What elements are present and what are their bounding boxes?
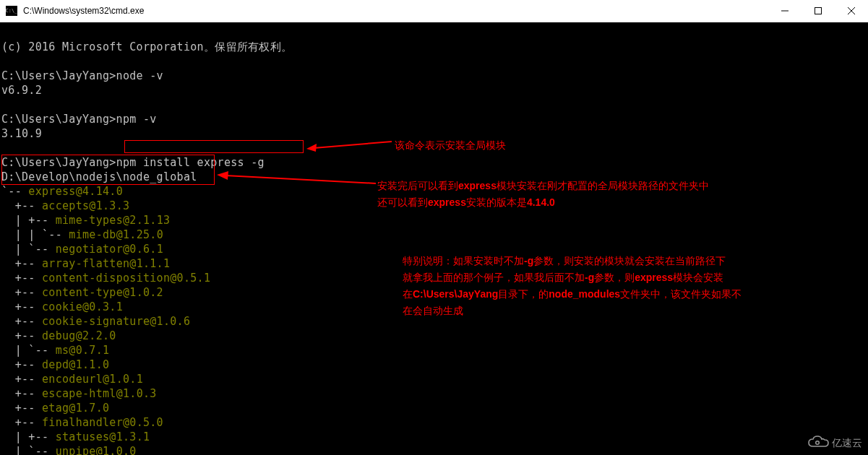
terminal-output[interactable]: (c) 2016 Microsoft Corporation。保留所有权利。 C… xyxy=(0,22,868,455)
close-button[interactable] xyxy=(835,0,868,22)
window-controls xyxy=(768,0,868,22)
highlight-box-command xyxy=(124,140,304,153)
express-package: express@4.14.0 xyxy=(28,185,123,198)
watermark: 亿速云 xyxy=(807,436,862,451)
node-version: v6.9.2 xyxy=(1,84,42,97)
maximize-button[interactable] xyxy=(802,0,835,22)
minimize-button[interactable] xyxy=(768,0,802,22)
tree-prefix: `-- xyxy=(1,185,28,198)
npm-version: 3.10.9 xyxy=(1,127,42,140)
cmd-icon xyxy=(6,6,17,16)
watermark-text: 亿速云 xyxy=(832,437,862,450)
copyright-line: (c) 2016 Microsoft Corporation。保留所有权利。 xyxy=(1,40,292,53)
cloud-icon xyxy=(807,436,829,451)
prompt-node-v: C:\Users\JayYang>node -v xyxy=(1,69,163,82)
highlight-box-output xyxy=(1,155,215,185)
dependency-tree: +-- accepts@1.3.3 | +-- mime-types@2.1.1… xyxy=(1,199,210,455)
window-titlebar: C:\Windows\system32\cmd.exe xyxy=(0,0,868,22)
svg-rect-1 xyxy=(815,8,822,14)
prompt-npm-v: C:\Users\JayYang>npm -v xyxy=(1,113,157,126)
annotation-1: 该命令表示安装全局模块 xyxy=(395,137,506,154)
annotation-2: 安装完后可以看到express模块安装在刚才配置的全局模块路径的文件夹中 还可以… xyxy=(377,178,868,211)
annotation-3: 特别说明：如果安装时不加-g参数，则安装的模块就会安装在当前路径下 就拿我上面的… xyxy=(403,253,868,319)
svg-point-8 xyxy=(816,441,820,445)
window-title: C:\Windows\system32\cmd.exe xyxy=(23,6,144,16)
